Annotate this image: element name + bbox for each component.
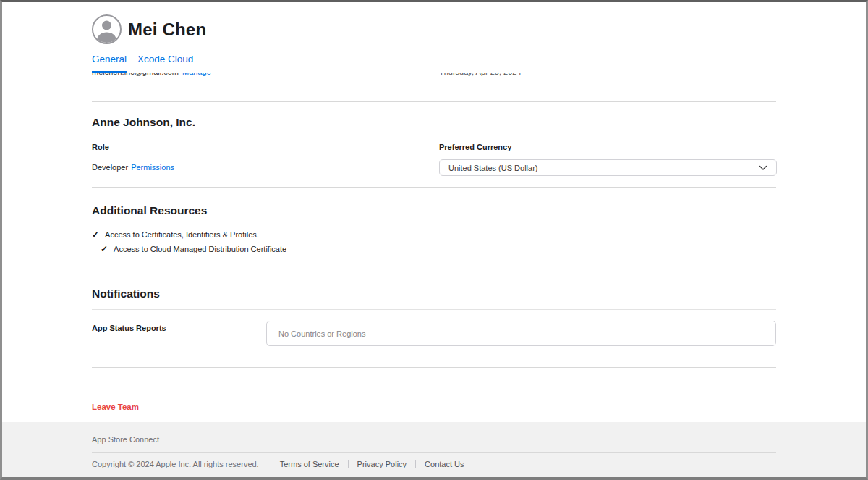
footer-separator	[271, 460, 271, 468]
app-status-reports-label: App Status Reports	[92, 321, 266, 346]
notifications-heading: Notifications	[92, 287, 776, 300]
account-email-line: meichen.inc@gmail.comManage	[92, 73, 439, 77]
currency-selected-value: United States (US Dollar)	[448, 164, 538, 172]
leave-team-button[interactable]: Leave Team	[92, 403, 139, 411]
footer-separator	[415, 460, 416, 468]
page-title: Mei Chen	[128, 20, 206, 40]
notifications-section: Notifications App Status Reports No Coun…	[92, 271, 776, 367]
team-name-heading: Anne Johnson, Inc.	[92, 116, 776, 129]
additional-resources-section: Additional Resources ✓ Access to Certifi…	[92, 188, 776, 271]
role-label: Role	[92, 143, 439, 151]
role-value: Developer	[92, 163, 128, 172]
contact-us-link[interactable]: Contact Us	[425, 460, 464, 468]
resource-item-certificates: ✓ Access to Certificates, Identifiers & …	[92, 230, 776, 240]
tab-general[interactable]: General	[92, 54, 127, 73]
team-section: Anne Johnson, Inc. Role DeveloperPermiss…	[92, 102, 776, 187]
footer-separator	[348, 460, 349, 468]
page-footer: App Store Connect Copyright © 2024 Apple…	[2, 422, 866, 477]
permissions-link[interactable]: Permissions	[131, 163, 174, 172]
currency-select[interactable]: United States (US Dollar)	[439, 159, 777, 176]
scrolled-account-row: meichen.inc@gmail.comManage Thursday, Ap…	[92, 73, 776, 78]
currency-column: Preferred Currency United States (US Dol…	[439, 143, 777, 176]
account-date: Thursday, Apr 25, 2024	[439, 73, 776, 77]
role-value-line: DeveloperPermissions	[92, 163, 439, 172]
terms-of-service-link[interactable]: Terms of Service	[280, 460, 339, 468]
footer-links: Copyright © 2024 Apple Inc. All rights r…	[92, 452, 776, 468]
resource-item-label: Access to Cloud Managed Distribution Cer…	[114, 245, 286, 253]
role-column: Role DeveloperPermissions	[92, 143, 439, 176]
copyright-text: Copyright © 2024 Apple Inc. All rights r…	[92, 460, 259, 468]
tab-xcode-cloud[interactable]: Xcode Cloud	[137, 54, 193, 73]
check-icon: ✓	[92, 230, 99, 240]
tab-bar: General Xcode Cloud	[92, 54, 776, 73]
manage-link[interactable]: Manage	[182, 73, 211, 76]
countries-regions-placeholder: No Countries or Regions	[278, 329, 365, 338]
app-status-reports-row: App Status Reports No Countries or Regio…	[92, 310, 776, 367]
page-header: Mei Chen General Xcode Cloud	[2, 2, 866, 73]
additional-resources-heading: Additional Resources	[92, 204, 776, 217]
resource-item-cloud-certificate: ✓ Access to Cloud Managed Distribution C…	[101, 244, 776, 254]
footer-brand: App Store Connect	[92, 435, 776, 452]
person-icon	[93, 16, 120, 43]
privacy-policy-link[interactable]: Privacy Policy	[357, 460, 407, 468]
identity-row: Mei Chen	[92, 14, 776, 44]
preferred-currency-label: Preferred Currency	[439, 143, 777, 151]
check-icon: ✓	[101, 244, 108, 254]
resource-item-label: Access to Certificates, Identifiers & Pr…	[105, 230, 259, 239]
account-email: meichen.inc@gmail.com	[92, 73, 179, 76]
app-window: Mei Chen General Xcode Cloud meichen.inc…	[0, 0, 868, 480]
avatar	[92, 14, 122, 44]
countries-regions-field[interactable]: No Countries or Regions	[266, 321, 776, 346]
chevron-down-icon	[759, 165, 767, 171]
